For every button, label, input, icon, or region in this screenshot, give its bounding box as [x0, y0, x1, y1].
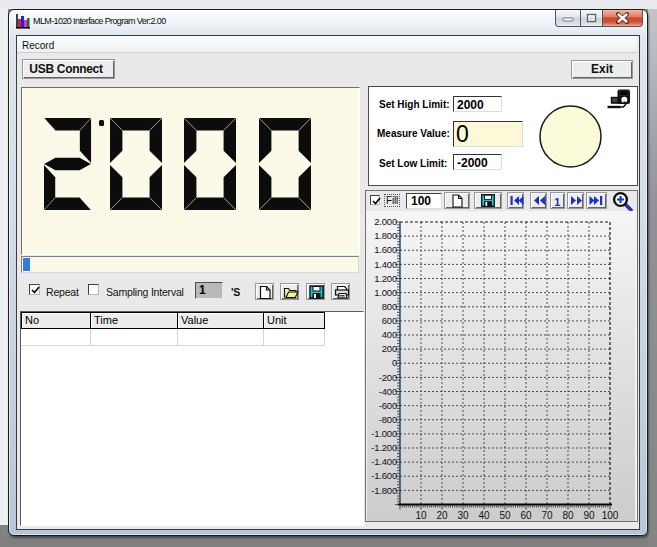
- svg-text:1.600: 1.600: [374, 244, 397, 255]
- svg-text:-400: -400: [379, 386, 397, 397]
- svg-text:400: 400: [382, 329, 397, 340]
- svg-text:1.000: 1.000: [374, 287, 397, 298]
- svg-text:2.000: 2.000: [374, 216, 397, 227]
- svg-text:30: 30: [457, 510, 469, 521]
- svg-text:200: 200: [382, 343, 397, 354]
- svg-text:1.400: 1.400: [374, 259, 397, 270]
- svg-text:1.200: 1.200: [374, 273, 397, 284]
- svg-text:1.800: 1.800: [374, 230, 397, 241]
- svg-text:80: 80: [562, 510, 574, 521]
- svg-text:0: 0: [392, 357, 397, 368]
- svg-text:10: 10: [415, 510, 427, 521]
- svg-text:40: 40: [478, 510, 490, 521]
- svg-text:-1.800: -1.800: [371, 485, 397, 496]
- svg-text:-800: -800: [379, 414, 397, 425]
- svg-text:70: 70: [541, 510, 553, 521]
- svg-text:800: 800: [382, 301, 397, 312]
- svg-text:-1.400: -1.400: [371, 456, 397, 467]
- svg-text:-200: -200: [379, 372, 397, 383]
- svg-text:-1.000: -1.000: [371, 428, 397, 439]
- svg-text:20: 20: [436, 510, 448, 521]
- svg-text:100: 100: [602, 510, 619, 521]
- svg-text:-1.600: -1.600: [371, 470, 397, 481]
- svg-text:-1.200: -1.200: [371, 442, 397, 453]
- svg-text:600: 600: [382, 315, 397, 326]
- svg-text:60: 60: [520, 510, 532, 521]
- svg-text:-600: -600: [379, 400, 397, 411]
- svg-text:50: 50: [499, 510, 511, 521]
- svg-text:90: 90: [583, 510, 595, 521]
